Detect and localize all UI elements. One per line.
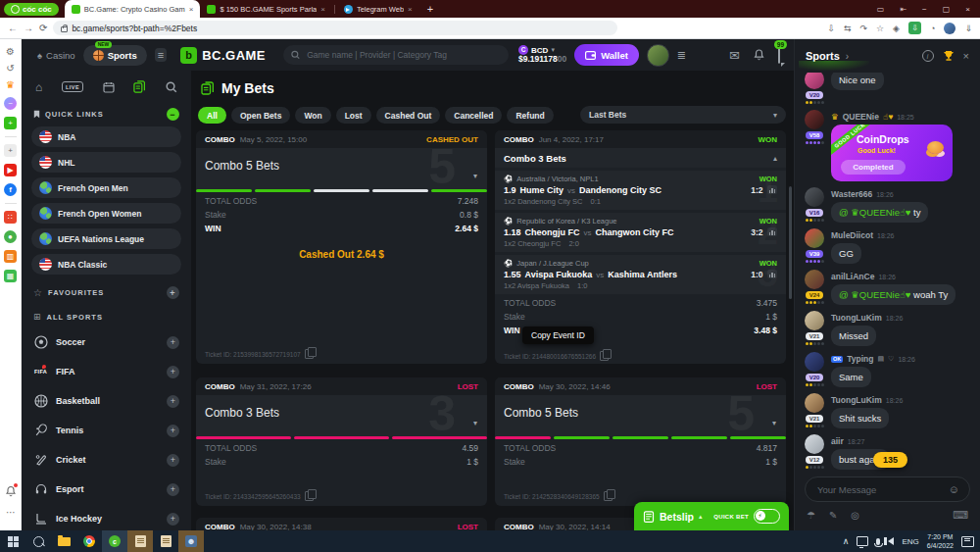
browser-tab-sports-parlay[interactable]: $ 150 BC.GAME Sports Parla × [200,0,331,18]
messenger-icon[interactable]: ~ [4,97,17,110]
nav-sports[interactable]: NEW Sports [83,45,147,66]
taskbar-search-icon[interactable] [25,530,51,552]
coin-rain-icon[interactable]: ☂ [807,510,815,521]
copy-icon[interactable] [305,491,314,501]
search-sports-icon[interactable] [166,81,177,93]
message-input[interactable] [815,483,949,496]
coccoc-taskbar-icon[interactable]: c [102,530,127,552]
avatar[interactable] [805,352,824,372]
back-icon[interactable]: ← [8,23,18,33]
app-window-icon[interactable] [127,530,153,552]
expand-sport-button[interactable]: + [167,454,179,467]
notifications-bell-icon[interactable] [0,485,22,497]
mention[interactable]: @ ♛QUEENie☝♥ [839,207,910,218]
coccoc-browser-logo[interactable]: cốc cốc [4,3,59,16]
copy-icon[interactable] [604,491,612,501]
betslip-bar[interactable]: Betslip ▴ QUICK BET ⚡ [634,502,789,530]
chat-close-icon[interactable]: × [963,50,969,62]
action-center-icon[interactable] [961,536,974,547]
username[interactable]: Waster666 [831,189,872,199]
share-icon[interactable]: ↷ [859,24,867,33]
file-explorer-icon[interactable] [51,530,76,552]
clock[interactable]: 7:20 PM 6/4/2022 [927,532,954,550]
sidebar-sport-soccer[interactable]: Soccer + [31,327,181,357]
sports-app-icon[interactable]: ● [4,230,17,243]
filter-won[interactable]: Won [295,107,330,124]
app-grid-icon[interactable]: ∷ [4,211,17,224]
chat-rules-icon[interactable]: ✎ [829,510,837,521]
shopping-icon[interactable]: ▥ [4,250,17,263]
filter-cashed-out[interactable]: Cashed Out [376,107,441,124]
profile-menu-icon[interactable]: ≣ [677,50,686,61]
expand-sport-button[interactable]: + [167,513,179,526]
coindrops-card[interactable]: GOOD LUCK CoinDrops Good Luck! Completed [831,125,953,181]
network-icon[interactable] [857,536,868,546]
shield-icon[interactable]: ◈ [893,24,900,33]
coindrops-completed-button[interactable]: Completed [841,160,906,175]
sidebar-sport-esport[interactable]: Esport + [31,475,181,504]
calendar-icon[interactable] [103,81,115,93]
collapse-caret-icon[interactable]: ▴ [773,154,777,163]
crown-rewards-icon[interactable]: ♛ [6,80,15,90]
live-tab[interactable]: LIVE [62,81,83,92]
save-page-icon[interactable]: ⇩ [827,24,835,33]
expand-caret-icon[interactable]: ▾ [772,419,776,427]
expand-sport-button[interactable]: + [167,483,179,496]
user-avatar[interactable] [647,44,669,67]
username[interactable]: anilLiAnCe [831,272,874,281]
username[interactable]: MuleDiicot [831,230,873,240]
quick-bet-toggle[interactable]: ⚡ [754,509,780,524]
chat-rules-info-icon[interactable]: i [922,50,934,62]
filter-cancelled[interactable]: Cancelled [445,107,502,124]
forward-icon[interactable]: → [24,23,33,33]
tab-close-icon[interactable]: × [408,5,413,14]
bcgame-logo[interactable]: b BC.GAME [180,47,266,64]
avatar[interactable] [805,73,824,89]
add-favourite-button[interactable]: + [167,286,179,299]
avatar[interactable] [805,228,824,248]
avatar[interactable] [805,110,824,129]
tip-coin-icon[interactable]: ◎ [851,510,859,521]
username[interactable]: QUEENie [843,112,879,122]
tab-close-icon[interactable]: × [320,5,325,14]
message-input-pill[interactable]: ☺ [805,477,970,502]
username[interactable]: aiir [831,436,844,446]
sidebar-item-french-open-women[interactable]: French Open Women [31,203,181,224]
sidebar-sport-ice-hockey[interactable]: Ice Hockey + [31,504,181,530]
calculator-icon[interactable]: ▦ [4,270,17,282]
sidebar-sport-basketball[interactable]: Basketball + [31,386,181,416]
username[interactable]: TuongLuKim [831,313,882,323]
downloads-tray-icon[interactable]: ⇓ [964,24,972,33]
window-minimize-button[interactable]: − [922,5,927,14]
extensions-icon[interactable]: ◔ [930,24,935,33]
tab-close-icon[interactable]: × [189,5,194,14]
speaker-icon[interactable] [888,537,894,545]
avatar[interactable] [805,311,824,330]
avatar[interactable] [805,393,824,413]
avatar[interactable] [805,270,824,289]
copy-icon[interactable] [305,349,314,359]
username[interactable]: TuongLuKim [831,395,882,405]
more-icon[interactable]: ⋯ [0,508,22,518]
balance-selector[interactable]: C BCD ▾ $9.19117800 [518,45,566,65]
translate-icon[interactable]: ⇆ [844,24,852,33]
sidebar-item-nhl[interactable]: NHL [31,152,181,173]
app-window-icon[interactable] [153,530,178,552]
username[interactable]: Typing [847,354,873,364]
filter-refund[interactable]: Refund [507,107,553,124]
game-search[interactable] [283,45,509,65]
chat-toggle-icon[interactable]: 99 [778,46,780,64]
microphone-icon[interactable] [876,538,880,545]
collapse-quick-links-button[interactable]: − [167,108,179,121]
browser-tab-bcgame[interactable]: BC.Game: Crypto Casino Gam × [65,0,201,18]
sort-dropdown[interactable]: Last Bets ▾ [580,106,786,124]
new-messages-chip[interactable]: 135 [873,452,907,468]
browser-tab-telegram[interactable]: Telegram Web × [337,0,419,18]
language-indicator[interactable]: ENG [902,537,918,546]
expand-sport-button[interactable]: + [167,395,179,408]
expand-sport-button[interactable]: + [167,366,179,378]
avatar[interactable] [805,434,824,454]
keyboard-icon[interactable]: ⌨ [953,509,968,522]
emoji-icon[interactable]: ☺ [949,483,959,495]
sidebar-item-nba[interactable]: NBA [31,126,181,147]
